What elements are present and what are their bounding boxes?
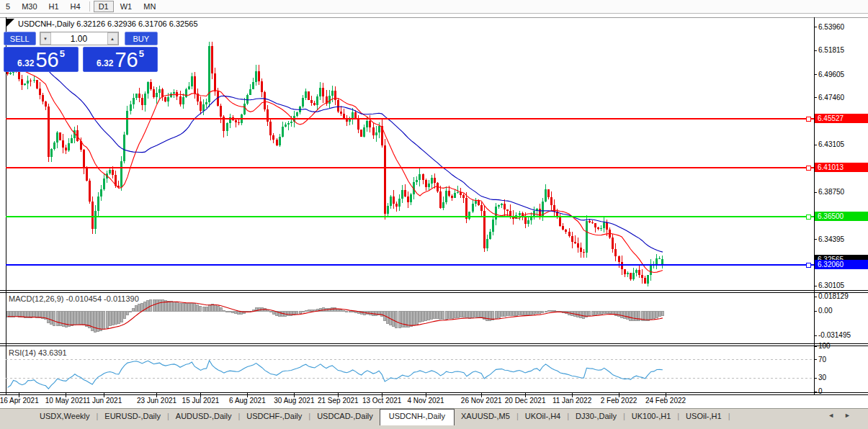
sell-price-base: 6.32 <box>17 58 34 68</box>
toolbar-separator <box>89 1 90 12</box>
buy-price-base: 6.32 <box>97 58 113 68</box>
chart-tab-audusd-[interactable]: AUDUSD-,Daily <box>169 409 238 425</box>
volume-input[interactable]: 1.00 <box>51 32 107 45</box>
tab-scroll-arrows: ◄► <box>828 412 861 419</box>
tab-separator: | <box>728 409 730 420</box>
date-tick-label: 30 Aug 2021 <box>274 397 314 405</box>
volume-decrease-button[interactable]: ▼ <box>40 32 51 45</box>
date-tick-label: 21 Sep 2021 <box>318 397 359 405</box>
date-tick-label: 16 Apr 2021 <box>0 397 39 405</box>
one-click-collapse-icon[interactable] <box>6 19 14 27</box>
date-tick-label: 23 Jun 2021 <box>137 397 176 405</box>
price-tick-label: 6.53960 <box>818 23 844 32</box>
timeframe-button-w1[interactable]: W1 <box>115 1 138 12</box>
timeframe-toolbar: 5M30H1H4D1W1MN <box>0 0 868 14</box>
price-tag-label: 6.32060 <box>815 260 868 269</box>
macd-axis-label: 0.018129 <box>818 292 849 301</box>
symbol-period-label: USDCNH-,Daily <box>18 19 74 28</box>
macd-axis-label: 0.00 <box>818 307 832 315</box>
date-tick-label: 10 May 2021 <box>45 397 87 405</box>
volume-stepper[interactable]: ▼ 1.00 ▲ <box>40 32 119 45</box>
price-tick-label: 6.38750 <box>818 188 844 197</box>
sell-price-pipette: 5 <box>60 48 65 59</box>
date-tick-label: 2 Feb 2022 <box>601 397 637 405</box>
price-tag-label: 6.41013 <box>815 163 868 172</box>
chart-tab-usdcad-[interactable]: USDCAD-,Daily <box>310 409 380 425</box>
price-tag-label: 6.45527 <box>815 114 868 123</box>
buy-button[interactable]: BUY <box>125 32 158 45</box>
chart-tab-bar: USDX,Weekly|EURUSD-,Daily|AUDUSD-,Daily|… <box>0 408 868 429</box>
macd-label: MACD(12,26,9) -0.010454 -0.011390 <box>9 294 139 303</box>
chart-tab-dj30-[interactable]: DJ30-,Daily <box>569 409 623 425</box>
date-tick-label: 15 Jul 2021 <box>182 397 220 405</box>
macd-values: -0.010454 -0.011390 <box>66 294 138 303</box>
sell-price-display[interactable]: 6.32565 <box>4 47 79 72</box>
chart-tab-uk100-[interactable]: UK100-,H1 <box>625 409 677 425</box>
date-tick-label: 20 Dec 2021 <box>505 397 546 405</box>
date-tick-label: 6 Aug 2021 <box>229 397 266 405</box>
chart-tab-usdchf-[interactable]: USDCHF-,Daily <box>240 409 308 425</box>
chart-tab-usoil-[interactable]: USOil-,H1 <box>679 409 728 425</box>
rsi-label: RSI(14) 43.6391 <box>9 348 67 357</box>
timeframe-button-h1[interactable]: H1 <box>44 1 64 12</box>
date-tick-label: 4 Nov 2021 <box>408 397 444 405</box>
price-tick-label: 6.47460 <box>818 94 844 102</box>
date-tick-label: 26 Nov 2021 <box>461 397 502 405</box>
timeframe-button-m30[interactable]: M30 <box>17 1 42 12</box>
price-tick-label: 6.30105 <box>818 281 844 290</box>
price-tag-label: 6.36500 <box>815 212 868 221</box>
date-tick-label: 13 Oct 2021 <box>362 397 401 405</box>
chart-tab-xauusd-[interactable]: XAUUSD-,M5 <box>455 409 516 425</box>
price-tick-label: 6.34395 <box>818 235 844 244</box>
volume-increase-button[interactable]: ▲ <box>107 32 118 45</box>
chart-tab-ukoil-[interactable]: UKOil-,H4 <box>519 409 568 425</box>
ohlc-quote-values: 6.32126 6.32936 6.31706 6.32565 <box>76 19 197 28</box>
date-tick-label: 24 Feb 2022 <box>645 397 686 405</box>
chart-tab-eurusd-[interactable]: EURUSD-,Daily <box>98 409 167 425</box>
sell-price-pips: 56 <box>35 50 58 71</box>
rsi-value: 43.6391 <box>38 348 67 357</box>
buy-price-display[interactable]: 6.32765 <box>83 47 158 72</box>
chart-tab-usdcnh-[interactable]: USDCNH-,Daily <box>380 409 455 425</box>
timeframe-button-h4[interactable]: H4 <box>66 1 86 12</box>
buy-price-pips: 76 <box>115 50 138 71</box>
timeframe-button-d1[interactable]: D1 <box>94 1 114 12</box>
rsi-axis-label: 70 <box>818 356 826 364</box>
rsi-axis-label: 0 <box>818 387 823 396</box>
date-tick-label: 11 Jan 2022 <box>552 397 591 405</box>
buy-price-pipette: 5 <box>139 48 144 59</box>
macd-axis-label: -0.031495 <box>818 331 851 340</box>
one-click-trading-panel: SELL ▼ 1.00 ▲ BUY 6.32565 6.32765 <box>4 32 158 72</box>
chart-title: USDCNH-,Daily 6.32126 6.32936 6.31706 6.… <box>18 19 198 28</box>
rsi-axis-label: 30 <box>818 374 826 382</box>
price-tick-label: 6.43105 <box>818 140 844 149</box>
date-tick-label: 1 Jun 2021 <box>86 397 122 405</box>
mt4-chart-window: 5M30H1H4D1W1MN USDCNH-,Daily 6.32126 6.3… <box>0 0 868 429</box>
rsi-axis-label: 100 <box>818 342 831 351</box>
chart-tab-usdx[interactable]: USDX,Weekly <box>33 409 96 425</box>
tab-scroll-right-icon[interactable]: ► <box>844 412 861 419</box>
price-tick-label: 6.49605 <box>818 71 844 79</box>
tab-scroll-left-icon[interactable]: ◄ <box>828 412 844 419</box>
timeframe-button-5[interactable]: 5 <box>1 1 15 12</box>
sell-button[interactable]: SELL <box>4 32 36 45</box>
timeframe-button-mn[interactable]: MN <box>138 1 161 12</box>
price-tick-label: 6.51815 <box>818 46 844 55</box>
